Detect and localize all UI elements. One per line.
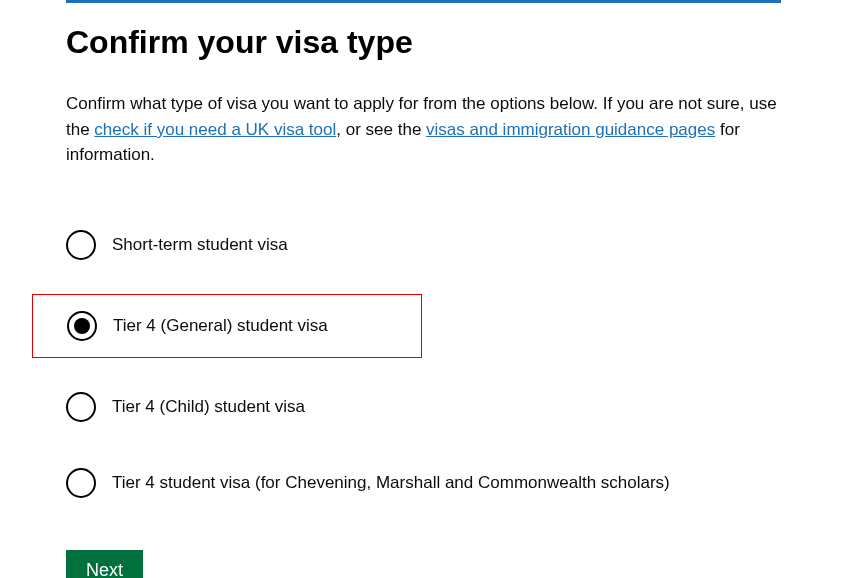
radio-icon	[66, 468, 96, 498]
radio-icon	[66, 230, 96, 260]
radio-icon	[67, 311, 97, 341]
radio-tier4-scholars[interactable]: Tier 4 student visa (for Chevening, Mars…	[66, 456, 781, 510]
top-border	[66, 0, 781, 3]
radio-short-term[interactable]: Short-term student visa	[66, 218, 781, 272]
page-heading: Confirm your visa type	[66, 23, 781, 61]
radio-icon	[66, 392, 96, 422]
intro-text: Confirm what type of visa you want to ap…	[66, 91, 781, 168]
radio-label: Tier 4 student visa (for Chevening, Mars…	[112, 473, 670, 493]
check-visa-link[interactable]: check if you need a UK visa tool	[94, 120, 336, 139]
intro-part2: , or see the	[336, 120, 426, 139]
radio-label: Tier 4 (Child) student visa	[112, 397, 305, 417]
radio-label: Tier 4 (General) student visa	[113, 316, 328, 336]
next-button[interactable]: Next	[66, 550, 143, 578]
radio-tier4-general[interactable]: Tier 4 (General) student visa	[32, 294, 422, 358]
visa-radio-group: Short-term student visa Tier 4 (General)…	[66, 218, 781, 510]
guidance-link[interactable]: visas and immigration guidance pages	[426, 120, 715, 139]
radio-tier4-child[interactable]: Tier 4 (Child) student visa	[66, 380, 781, 434]
radio-label: Short-term student visa	[112, 235, 288, 255]
